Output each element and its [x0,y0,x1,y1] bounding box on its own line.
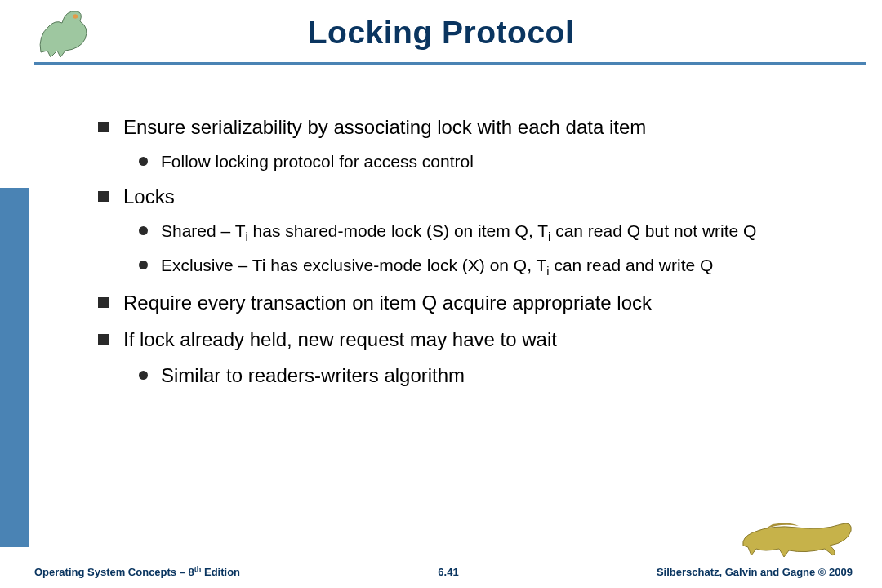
bullet-1-text: Ensure serializability by associating lo… [123,114,646,140]
slide-title: Locking Protocol [308,15,575,50]
bullet-4a: Similar to readers-writers algorithm [139,363,862,389]
footer-page-number: 6.41 [438,566,458,578]
bullet-1a-text: Follow locking protocol for access contr… [161,150,474,173]
bullet-2: Locks [98,184,862,210]
content-area: Ensure serializability by associating lo… [98,105,862,397]
square-bullet-icon [98,122,109,132]
footer-right: Silberschatz, Galvin and Gagne © 2009 [657,566,853,578]
text-frag: can read Q but not write Q [550,221,756,240]
bullet-1a: Follow locking protocol for access contr… [139,150,862,173]
bullet-1: Ensure serializability by associating lo… [98,114,862,140]
slide: Locking Protocol Ensure serializability … [0,0,882,588]
left-accent-stripe [0,188,29,547]
text-frag: Operating System Concepts – 8 [34,566,194,578]
square-bullet-icon [98,191,109,202]
dot-bullet-icon [139,371,148,380]
bullet-4-text: If lock already held, new request may ha… [123,327,557,353]
dinosaur-bottom-right-icon [740,513,854,559]
bullet-2-text: Locks [123,184,175,210]
text-frag: can read and write Q [550,256,714,274]
bullet-2b: Exclusive – Ti has exclusive-mode lock (… [139,254,862,280]
dot-bullet-icon [139,157,148,166]
bullet-2b-text: Exclusive – Ti has exclusive-mode lock (… [161,254,713,280]
bullet-4: If lock already held, new request may ha… [98,327,862,353]
footer-left: Operating System Concepts – 8th Edition [34,565,240,578]
bullet-3: Require every transaction on item Q acqu… [98,290,862,316]
text-frag: Exclusive – Ti has exclusive-mode lock (… [161,256,546,274]
title-wrap: Locking Protocol [0,15,882,51]
bullet-2a-text: Shared – Ti has shared-mode lock (S) on … [161,220,756,246]
text-frag: Shared – T [161,221,246,240]
text-frag: has shared-mode lock (S) on item Q, T [248,221,548,240]
square-bullet-icon [98,297,109,308]
bullet-3-text: Require every transaction on item Q acqu… [123,290,652,316]
title-underline [34,62,866,65]
text-frag: Edition [201,566,240,578]
footer: Operating System Concepts – 8th Edition … [34,565,853,578]
dot-bullet-icon [139,226,148,235]
square-bullet-icon [98,334,109,345]
bullet-4a-text: Similar to readers-writers algorithm [161,363,465,389]
dot-bullet-icon [139,261,148,270]
bullet-2a: Shared – Ti has shared-mode lock (S) on … [139,220,862,246]
